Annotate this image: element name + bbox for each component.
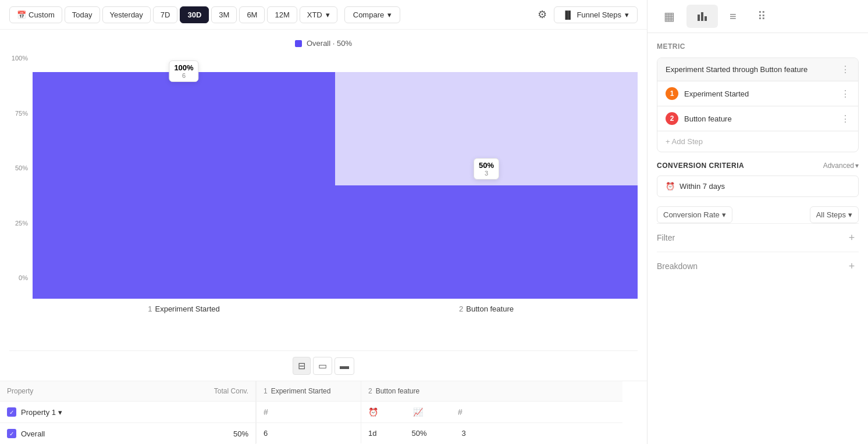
custom-btn[interactable]: 📅 Custom bbox=[9, 6, 62, 23]
overall-row-left: ✓ Overall 50% bbox=[0, 422, 255, 444]
step1-count: 6 bbox=[264, 429, 268, 438]
property-dropdown-icon[interactable]: ▾ bbox=[58, 408, 62, 417]
6m-label: 6M bbox=[247, 10, 257, 19]
metric-menu-icon[interactable]: ⋮ bbox=[841, 64, 850, 75]
property-checkbox[interactable]: ✓ bbox=[7, 407, 16, 417]
view-wide-btn[interactable]: ▬ bbox=[335, 357, 354, 375]
xtd-btn[interactable]: XTD ▾ bbox=[300, 6, 337, 23]
step2-conv: 50% bbox=[411, 429, 426, 438]
legend-dot bbox=[295, 40, 302, 47]
hash2-icon: # bbox=[458, 407, 463, 417]
bar-container-2: 50% 3 bbox=[335, 72, 638, 299]
tab-bar[interactable] bbox=[686, 5, 718, 28]
step1-col-header: 1 Experiment Started bbox=[257, 381, 361, 402]
trend-icon: 📈 bbox=[413, 407, 423, 417]
tab-chart[interactable]: ▦ bbox=[654, 5, 684, 28]
conv-rate-row: Conversion Rate ▾ All Steps ▾ bbox=[657, 206, 859, 223]
bar2-pct: 50% bbox=[479, 161, 494, 170]
y-0: 0% bbox=[19, 274, 28, 281]
bars-area: 100% 6 1 Experiment Started bbox=[33, 55, 638, 299]
bar2-fill bbox=[335, 185, 638, 299]
bar1-label: 1 Experiment Started bbox=[148, 305, 220, 313]
step2-count: 3 bbox=[462, 429, 466, 438]
chevron-down-icon: ▾ bbox=[625, 10, 629, 19]
bar-group-1: 100% 6 1 Experiment Started bbox=[33, 55, 335, 299]
funnel-steps-btn[interactable]: ▐▌ Funnel Steps ▾ bbox=[554, 6, 638, 23]
step2-badge: 2 bbox=[666, 112, 678, 125]
chevron-down-icon: ▾ bbox=[722, 210, 726, 219]
today-label: Today bbox=[72, 10, 93, 19]
overall-checkbox[interactable]: ✓ bbox=[7, 429, 16, 438]
metric-title: Experiment Started through Button featur… bbox=[666, 65, 807, 74]
xtd-label: XTD bbox=[307, 10, 322, 19]
tab-grid[interactable]: ⠿ bbox=[748, 5, 775, 28]
step2-name: Button feature bbox=[684, 114, 835, 123]
30d-label: 30D bbox=[187, 10, 201, 19]
7d-btn[interactable]: 7D bbox=[153, 6, 178, 23]
advanced-label: Advanced bbox=[823, 162, 854, 170]
tab-list[interactable]: ≡ bbox=[720, 5, 746, 28]
overall-pct: 50% bbox=[233, 429, 248, 438]
step1-menu-icon[interactable]: ⋮ bbox=[841, 88, 850, 99]
y-25: 25% bbox=[15, 220, 28, 227]
toolbar: 📅 Custom Today Yesterday 7D 30D 3M 6M 12… bbox=[0, 0, 647, 30]
compare-label: Compare bbox=[353, 10, 384, 19]
step2-menu-icon[interactable]: ⋮ bbox=[841, 113, 850, 124]
calendar-icon: 📅 bbox=[17, 10, 26, 19]
step2-time: 1d bbox=[368, 429, 376, 438]
step2-name: Button feature bbox=[376, 387, 419, 395]
yesterday-btn[interactable]: Yesterday bbox=[102, 6, 151, 23]
y-100: 100% bbox=[12, 55, 28, 62]
conversion-rate-dropdown[interactable]: Conversion Rate ▾ bbox=[657, 206, 732, 223]
chevron-down-icon: ▾ bbox=[326, 10, 330, 19]
cc-header: CONVERSION CRITERIA Advanced ▾ bbox=[657, 162, 859, 170]
metric-section-title: Metric bbox=[657, 42, 859, 51]
bar-group-2: 50% 3 2 Button feature bbox=[335, 55, 638, 299]
chart-wrapper: 100% 75% 50% 25% 0% 100% 6 bbox=[9, 55, 638, 299]
step2-header-icons: ⏰ 📈 # bbox=[361, 402, 622, 422]
settings-btn[interactable]: ⚙ bbox=[535, 6, 549, 23]
3m-btn[interactable]: 3M bbox=[211, 6, 237, 23]
6m-btn[interactable]: 6M bbox=[239, 6, 265, 23]
y-50: 50% bbox=[15, 164, 28, 171]
cc-advanced-btn[interactable]: Advanced ▾ bbox=[823, 162, 859, 170]
step1-badge-num: 1 bbox=[670, 89, 674, 98]
step2-data-row: 1d 50% 3 bbox=[361, 422, 622, 443]
all-steps-dropdown[interactable]: All Steps ▾ bbox=[810, 206, 859, 223]
legend-label: Overall · 50% bbox=[307, 39, 352, 48]
view-box-btn[interactable]: ▭ bbox=[313, 357, 332, 375]
sidebar-tabs: ▦ ≡ ⠿ bbox=[648, 0, 868, 33]
bar2-label: 2 Button feature bbox=[459, 305, 514, 313]
cc-within-row: ⏰ Within 7 days bbox=[657, 176, 859, 197]
bar1-step-num: 1 bbox=[148, 305, 152, 313]
all-steps-label: All Steps bbox=[816, 210, 846, 219]
add-step-btn[interactable]: + Add Step bbox=[657, 131, 858, 152]
30d-btn[interactable]: 30D bbox=[180, 6, 209, 23]
custom-label: Custom bbox=[29, 10, 55, 19]
step2-item: 2 Button feature ⋮ bbox=[657, 106, 858, 131]
table-left: Property Total Conv. ✓ Property 1 ▾ ✓ Ov… bbox=[0, 381, 256, 444]
table-left-header: Property Total Conv. bbox=[0, 381, 255, 402]
chart-legend: Overall · 50% bbox=[9, 39, 638, 48]
conversion-time-icon: ⏰ bbox=[368, 407, 378, 417]
sidebar-body: Metric Experiment Started through Button… bbox=[648, 33, 868, 444]
bar2-count: 3 bbox=[479, 170, 494, 177]
filter-label: Filter bbox=[657, 233, 675, 242]
bar2-tooltip: 50% 3 bbox=[474, 158, 499, 180]
bar1-tooltip: 100% 6 bbox=[169, 60, 198, 82]
view-split-btn[interactable]: ⊟ bbox=[293, 357, 311, 375]
step1-name: Experiment Started bbox=[271, 387, 331, 395]
bar2-step-label: Button feature bbox=[466, 305, 514, 313]
metric-card: Experiment Started through Button featur… bbox=[657, 58, 859, 152]
12m-btn[interactable]: 12M bbox=[267, 6, 297, 23]
bar2-step-num: 2 bbox=[459, 305, 463, 313]
7d-label: 7D bbox=[161, 10, 170, 19]
today-btn[interactable]: Today bbox=[65, 6, 100, 23]
step1-data-row: 6 bbox=[257, 422, 361, 443]
breakdown-add-btn[interactable]: + bbox=[845, 259, 859, 273]
bar-container-1: 100% 6 bbox=[33, 72, 335, 299]
compare-btn[interactable]: Compare ▾ bbox=[344, 6, 400, 23]
step1-item: 1 Experiment Started ⋮ bbox=[657, 81, 858, 106]
y-75: 75% bbox=[15, 110, 28, 117]
filter-add-btn[interactable]: + bbox=[845, 231, 859, 245]
